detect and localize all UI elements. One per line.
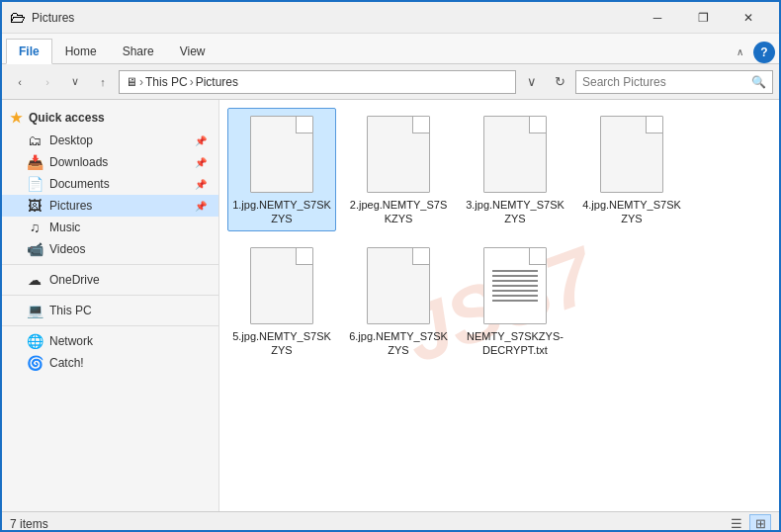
file-name-4: 4.jpg.NEMTY_S7SKZYS — [582, 198, 681, 226]
quick-access-label: Quick access — [29, 111, 105, 125]
file-icon-doc-6 — [367, 247, 430, 324]
sidebar-label-catch: Catch! — [49, 356, 84, 370]
file-item-2[interactable]: 2.jpeg.NEMTY_S7SKZYS — [344, 108, 453, 231]
refresh-button[interactable]: ↻ — [548, 70, 571, 94]
status-count: 7 items — [10, 517, 726, 531]
file-item-7[interactable]: NEMTY_S7SKZYS-DECRYPT.txt — [461, 239, 569, 363]
videos-icon: 📹 — [26, 241, 43, 257]
sidebar-label-desktop: Desktop — [49, 133, 93, 147]
up-button[interactable]: ↑ — [91, 70, 115, 94]
sidebar-label-thispc: This PC — [49, 304, 92, 317]
file-item-1[interactable]: 1.jpg.NEMTY_S7SKZYS — [227, 108, 336, 231]
music-icon: ♫ — [26, 220, 43, 235]
file-icon-wrapper-7 — [476, 246, 555, 325]
file-icon-doc-5 — [250, 247, 313, 324]
recent-locations-button[interactable]: ∨ — [63, 70, 87, 94]
star-icon: ★ — [10, 110, 23, 126]
ribbon: File Home Share View ∧ ? — [2, 34, 779, 64]
file-icon-doc-2 — [367, 116, 430, 193]
file-name-7: NEMTY_S7SKZYS-DECRYPT.txt — [466, 329, 564, 358]
search-box[interactable]: 🔍 — [575, 70, 773, 94]
ribbon-tabs: File Home Share View ∧ ? — [2, 34, 779, 63]
file-icon-wrapper-1 — [242, 115, 321, 194]
main-area: ★ Quick access 🗂 Desktop 📌 📥 Downloads 📌… — [2, 100, 779, 511]
sidebar-item-downloads[interactable]: 📥 Downloads 📌 — [2, 151, 218, 173]
file-icon-doc-1 — [250, 116, 313, 193]
documents-icon: 📄 — [26, 176, 43, 192]
file-item-4[interactable]: 4.jpg.NEMTY_S7SKZYS — [577, 108, 686, 231]
tab-file[interactable]: File — [6, 39, 52, 64]
sidebar-label-network: Network — [49, 334, 93, 348]
path-pictures: Pictures — [196, 75, 238, 89]
sidebar-label-pictures: Pictures — [49, 199, 92, 213]
tab-view[interactable]: View — [167, 38, 218, 63]
address-bar: ‹ › ∨ ↑ 🖥 › This PC › Pictures ∨ ↻ 🔍 — [2, 64, 779, 100]
sidebar-item-network[interactable]: 🌐 Network — [2, 330, 218, 352]
file-name-6: 6.jpg.NEMTY_S7SKZYS — [349, 329, 448, 358]
network-icon: 🌐 — [26, 333, 43, 349]
sidebar-item-onedrive[interactable]: ☁ OneDrive — [2, 269, 218, 291]
view-toggle: ☰ ⊞ — [726, 514, 771, 533]
file-name-3: 3.jpg.NEMTY_S7SKZYS — [466, 198, 564, 226]
close-button[interactable]: ✕ — [726, 2, 771, 34]
search-input[interactable] — [582, 75, 751, 89]
sidebar-label-onedrive: OneDrive — [49, 273, 100, 287]
sidebar: ★ Quick access 🗂 Desktop 📌 📥 Downloads 📌… — [2, 100, 219, 511]
file-icon-wrapper-5 — [242, 246, 321, 325]
downloads-icon: 📥 — [26, 154, 43, 170]
sidebar-item-thispc[interactable]: 💻 This PC — [2, 300, 218, 321]
file-grid: 1.jpg.NEMTY_S7SKZYS 2.jpeg.NEMTY_S7SKZYS… — [227, 108, 771, 362]
restore-button[interactable]: ❐ — [680, 2, 726, 34]
sidebar-item-catch[interactable]: 🌀 Catch! — [2, 352, 218, 374]
forward-button[interactable]: › — [36, 70, 59, 94]
search-icon: 🔍 — [751, 75, 766, 89]
file-name-2: 2.jpeg.NEMTY_S7SKZYS — [349, 198, 448, 226]
path-computer-icon: 🖥 — [126, 75, 137, 89]
sidebar-item-videos[interactable]: 📹 Videos — [2, 238, 218, 260]
tab-home[interactable]: Home — [52, 38, 110, 63]
sidebar-label-documents: Documents — [49, 177, 110, 191]
file-icon-doc-3 — [483, 116, 547, 193]
sidebar-divider-3 — [2, 325, 218, 326]
sidebar-divider-2 — [2, 295, 218, 296]
window-controls: ─ ❐ ✕ — [635, 2, 771, 34]
pin-icon-pictures: 📌 — [195, 201, 207, 212]
pin-icon-downloads: 📌 — [195, 157, 207, 168]
tab-share[interactable]: Share — [110, 38, 167, 63]
sidebar-label-music: Music — [49, 221, 80, 234]
catch-icon: 🌀 — [26, 355, 43, 371]
sidebar-label-downloads: Downloads — [49, 155, 108, 169]
onedrive-icon: ☁ — [26, 272, 43, 288]
view-list-button[interactable]: ☰ — [726, 514, 747, 533]
back-button[interactable]: ‹ — [8, 70, 32, 94]
sidebar-divider-1 — [2, 264, 218, 265]
sidebar-item-music[interactable]: ♫ Music — [2, 217, 218, 238]
file-item-5[interactable]: 5.jpg.NEMTY_S7SKZYS — [227, 239, 336, 363]
address-path[interactable]: 🖥 › This PC › Pictures — [119, 70, 516, 94]
file-icon-wrapper-4 — [592, 115, 671, 194]
minimize-button[interactable]: ─ — [635, 2, 680, 34]
file-name-5: 5.jpg.NEMTY_S7SKZYS — [232, 329, 331, 358]
file-icon-wrapper-6 — [359, 246, 438, 325]
status-bar: 7 items ☰ ⊞ — [2, 511, 779, 532]
sidebar-label-videos: Videos — [49, 242, 85, 256]
ribbon-collapse-button[interactable]: ∧ — [730, 40, 749, 63]
file-icon-doc-4 — [600, 116, 663, 193]
pictures-icon: 🖼 — [26, 198, 43, 214]
file-name-1: 1.jpg.NEMTY_S7SKZYS — [232, 198, 331, 226]
sidebar-item-pictures[interactable]: 🖼 Pictures 📌 — [2, 195, 218, 217]
help-button[interactable]: ? — [753, 42, 775, 63]
sidebar-item-desktop[interactable]: 🗂 Desktop 📌 — [2, 130, 218, 151]
desktop-icon: 🗂 — [26, 133, 43, 148]
sidebar-item-documents[interactable]: 📄 Documents 📌 — [2, 173, 218, 195]
file-icon-wrapper-2 — [359, 115, 438, 194]
quick-access-header[interactable]: ★ Quick access — [2, 104, 218, 130]
window-title: Pictures — [32, 11, 635, 25]
file-item-3[interactable]: 3.jpg.NEMTY_S7SKZYS — [461, 108, 569, 231]
window-icon: 🗁 — [10, 9, 26, 27]
file-item-6[interactable]: 6.jpg.NEMTY_S7SKZYS — [344, 239, 453, 363]
view-icons-button[interactable]: ⊞ — [749, 514, 771, 533]
file-area: JSS7 1.jpg.NEMTY_S7SKZYS 2.jpeg.NEMTY_S7… — [219, 100, 779, 511]
dropdown-path-button[interactable]: ∨ — [520, 70, 544, 94]
path-thispc: This PC — [145, 75, 188, 89]
